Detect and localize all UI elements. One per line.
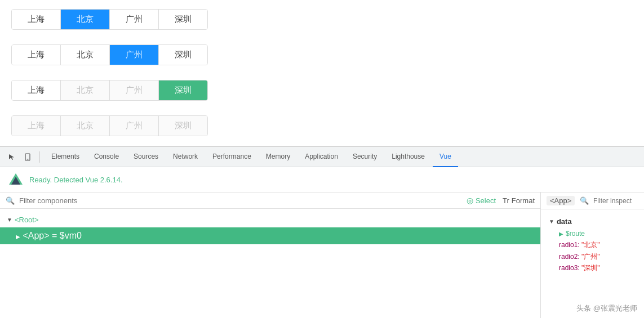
app-tag: <App>	[547, 196, 575, 205]
radio-btn-beijing-2[interactable]: 北京	[61, 45, 110, 65]
radio-btn-shanghai-2[interactable]: 上海	[12, 45, 61, 65]
tab-elements[interactable]: Elements	[45, 147, 86, 167]
radio-group-2: 上海 北京 广州 深圳	[11, 44, 208, 65]
tab-console[interactable]: Console	[87, 147, 126, 167]
radio-group-4: 上海 北京 广州 深圳	[11, 115, 208, 136]
tab-lighthouse[interactable]: Lighthouse	[385, 147, 432, 167]
radio-group-row-2: 上海 北京 广州 深圳	[11, 44, 633, 72]
data-items: ▶ $route radio1: "北京" radio2: "广州"	[549, 228, 636, 274]
tab-network[interactable]: Network	[166, 147, 205, 167]
vue-logo-icon	[8, 172, 24, 187]
app-label: <App> = $vm0	[23, 231, 82, 240]
route-triangle-icon: ▶	[559, 229, 563, 239]
radio-btn-shenzhen-3[interactable]: 深圳	[159, 80, 207, 100]
radio2-val: "广州"	[581, 253, 600, 261]
filter-inspect-input[interactable]	[593, 197, 638, 205]
radio-btn-shenzhen-4: 深圳	[159, 116, 207, 136]
radio3-item: radio3: "深圳"	[559, 262, 636, 274]
svg-rect-1	[27, 159, 29, 159]
filter-components-input[interactable]	[19, 196, 462, 205]
right-panel-content: ▼ data ▶ $route radio1: "北京"	[541, 209, 644, 280]
tab-memory[interactable]: Memory	[259, 147, 297, 167]
vue-left-panel: 🔍 ◎ Select Tr Format	[0, 192, 541, 318]
radio2-item: radio2: "广州"	[559, 251, 636, 262]
radio-group-1: 上海 北京 广州 深圳	[11, 9, 208, 30]
vue-action-btns: ◎ Select Tr Format	[467, 196, 535, 205]
devtools-panel: Elements Console Sources Network Perform…	[0, 146, 644, 318]
select-circle-icon: ◎	[467, 196, 473, 205]
radio3-val: "深圳"	[581, 264, 600, 272]
format-label: Format	[512, 196, 535, 205]
radio2-key: radio2:	[559, 253, 580, 261]
vue-main-panel: 🔍 ◎ Select Tr Format	[0, 192, 644, 318]
radio-group-row-3: 上海 北京 广州 深圳	[11, 80, 633, 108]
radio-btn-guangzhou-4: 广州	[110, 116, 159, 136]
radio-btn-beijing-4: 北京	[61, 116, 110, 136]
data-section-label: data	[557, 217, 572, 226]
radio3-key: radio3:	[559, 264, 580, 272]
right-search-icon: 🔍	[580, 196, 589, 205]
format-tr-icon: Tr	[503, 196, 509, 205]
vue-right-panel: <App> 🔍 ▼ data ▶ $route	[541, 192, 644, 318]
app-triangle-icon: ▶	[16, 234, 20, 240]
root-label: <Root>	[15, 216, 39, 224]
radio-btn-beijing-3: 北京	[61, 80, 110, 100]
radio-btn-shanghai-1[interactable]: 上海	[12, 10, 61, 29]
vue-devtools: Ready. Detected Vue 2.6.14. 🔍 ◎ Select	[0, 167, 644, 318]
data-triangle-icon: ▼	[549, 218, 554, 225]
root-triangle-icon: ▼	[7, 217, 12, 223]
radio-btn-shanghai-4: 上海	[12, 116, 61, 136]
radio-btn-beijing-1[interactable]: 北京	[61, 10, 110, 29]
radio-group-row-4: 上海 北京 广州 深圳	[11, 115, 633, 143]
radio-btn-guangzhou-1[interactable]: 广州	[110, 10, 159, 29]
tab-security[interactable]: Security	[346, 147, 384, 167]
filter-search-icon: 🔍	[6, 196, 15, 205]
main-content: 上海 北京 广州 深圳 上海 北京 广州 深圳 上海 北京 广州 深圳 上海 北…	[0, 0, 644, 146]
radio1-item: radio1: "北京"	[559, 239, 636, 250]
data-section: ▼ data ▶ $route radio1: "北京"	[549, 217, 636, 274]
radio-group-row-1: 上海 北京 广州 深圳	[11, 9, 633, 37]
vue-filter-bar: 🔍 ◎ Select Tr Format	[0, 192, 540, 209]
tree-app-item[interactable]: ▶ <App> = $vm0	[0, 227, 540, 244]
component-tree: ▼ <Root> ▶ <App> = $vm0	[0, 209, 540, 318]
mobile-icon-btn[interactable]	[20, 150, 35, 164]
data-label: ▼ data	[549, 217, 636, 226]
route-item: ▶ $route	[559, 228, 636, 239]
tab-sources[interactable]: Sources	[127, 147, 165, 167]
right-panel-header: <App> 🔍	[541, 192, 644, 209]
radio1-key: radio1:	[559, 241, 580, 249]
format-button[interactable]: Tr Format	[503, 196, 535, 205]
select-button[interactable]: ◎ Select	[467, 196, 496, 205]
radio-btn-shenzhen-1[interactable]: 深圳	[159, 10, 207, 29]
cursor-icon-btn[interactable]	[5, 150, 19, 164]
tree-root-item[interactable]: ▼ <Root>	[0, 213, 540, 226]
vue-ready-bar: Ready. Detected Vue 2.6.14.	[0, 167, 644, 192]
radio1-val: "北京"	[581, 241, 600, 249]
radio-group-3: 上海 北京 广州 深圳	[11, 80, 208, 101]
topbar-separator	[39, 151, 40, 163]
radio-btn-guangzhou-2[interactable]: 广州	[110, 45, 159, 65]
radio-btn-shanghai-3[interactable]: 上海	[12, 80, 61, 100]
tab-performance[interactable]: Performance	[206, 147, 258, 167]
tab-application[interactable]: Application	[298, 147, 345, 167]
radio-btn-shenzhen-2[interactable]: 深圳	[159, 45, 207, 65]
route-label: $route	[566, 228, 585, 239]
radio-btn-guangzhou-3: 广州	[110, 80, 159, 100]
vue-ready-text: Ready. Detected Vue 2.6.14.	[29, 176, 123, 184]
select-label: Select	[476, 196, 496, 205]
devtools-topbar: Elements Console Sources Network Perform…	[0, 147, 644, 167]
tab-vue[interactable]: Vue	[433, 147, 458, 167]
